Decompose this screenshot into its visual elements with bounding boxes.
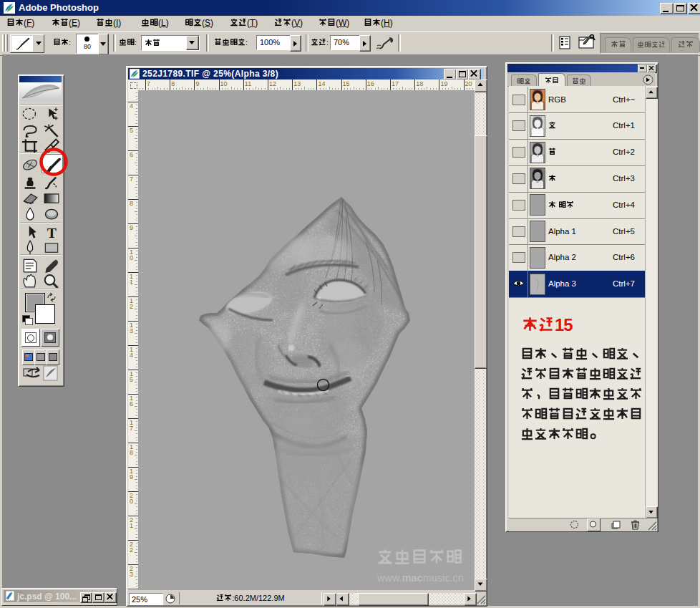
svg-text:T: T [47,225,57,239]
